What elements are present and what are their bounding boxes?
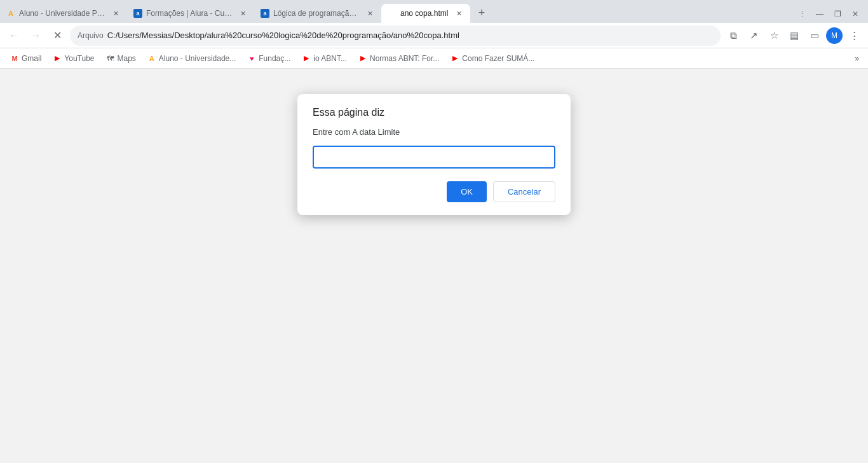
tab-title-logica: Lógica de programação I: os prim... — [273, 9, 361, 18]
address-bar-icons: ⧉ ↗ ☆ ▤ ▭ M ⋮ — [724, 27, 863, 45]
screen-capture-button[interactable]: ⧉ — [724, 27, 742, 45]
address-bar: ← → ✕ Arquivo C:/Users/Messias/Desktop/a… — [0, 23, 868, 48]
bookmark-label-abnt1: io ABNT... — [313, 54, 347, 63]
bookmark-gmail[interactable]: M Gmail — [5, 52, 46, 66]
tab-close-anocopa[interactable]: ✕ — [454, 8, 464, 18]
dialog-ok-button[interactable]: OK — [447, 181, 487, 202]
tab-title-aluno: Aluno - Universidade Paulista - U — [19, 9, 107, 18]
menu-button[interactable]: ⋮ — [845, 27, 863, 45]
url-text: C:/Users/Messias/Desktop/alura%20curso%2… — [107, 31, 713, 40]
tab-title-anocopa: ano copa.html — [400, 9, 450, 18]
protocol-indicator: Arquivo — [78, 31, 104, 40]
tab-close-logica[interactable]: ✕ — [365, 8, 375, 18]
share-button[interactable]: ↗ — [745, 27, 763, 45]
bookmark-favicon-fundac: ♥ — [247, 54, 256, 63]
bookmark-abnt1[interactable]: ▶ io ABNT... — [297, 52, 352, 66]
tab-alura[interactable]: a Formações | Alura - Cursos onlin... ✕ — [127, 4, 254, 23]
window-controls: ⋮ — ❐ ✕ — [794, 6, 868, 23]
dialog-input[interactable] — [313, 146, 555, 169]
dialog-overlay: Essa página diz Entre com A data Limite … — [0, 69, 868, 463]
bookmark-label-maps: Maps — [118, 54, 136, 63]
bookmark-label-fundac: Fundaç... — [259, 54, 290, 63]
bookmark-label-gmail: Gmail — [22, 54, 41, 63]
url-bar[interactable]: Arquivo C:/Users/Messias/Desktop/alura%2… — [70, 25, 721, 46]
tab-search-button[interactable]: ⋮ — [794, 6, 810, 22]
maximize-button[interactable]: ❐ — [830, 6, 845, 22]
bookmark-favicon-aluno: A — [147, 54, 156, 63]
tab-title-alura: Formações | Alura - Cursos onlin... — [146, 9, 234, 18]
close-button[interactable]: ✕ — [848, 6, 863, 22]
bookmark-fundac[interactable]: ♥ Fundaç... — [242, 52, 295, 66]
bookmark-button[interactable]: ☆ — [765, 27, 783, 45]
dialog-title: Essa página diz — [313, 107, 555, 118]
tab-logica[interactable]: a Lógica de programação I: os prim... ✕ — [254, 4, 381, 23]
profile-button[interactable]: M — [826, 27, 843, 44]
tab-aluno[interactable]: A Aluno - Universidade Paulista - U ✕ — [0, 4, 127, 23]
back-button[interactable]: ← — [5, 27, 23, 45]
tab-bar: A Aluno - Universidade Paulista - U ✕ a … — [0, 0, 868, 23]
bookmark-youtube[interactable]: ▶ YouTube — [48, 52, 99, 66]
bookmark-maps[interactable]: 🗺 Maps — [101, 52, 141, 66]
bookmark-label-youtube: YouTube — [64, 54, 94, 63]
page-content: Essa página diz Entre com A data Limite … — [0, 69, 868, 463]
forward-button[interactable]: → — [27, 27, 44, 45]
bookmark-aluno[interactable]: A Aluno - Universidade... — [142, 52, 241, 66]
dialog-cancel-button[interactable]: Cancelar — [493, 181, 555, 202]
tab-favicon-logica: a — [261, 9, 269, 18]
tab-anocopa[interactable]: ano copa.html ✕ — [381, 4, 470, 23]
bookmark-label-normas: Normas ABNT: For... — [370, 54, 439, 63]
dialog-buttons: OK Cancelar — [313, 181, 555, 202]
bookmark-favicon-sumario: ▶ — [451, 54, 459, 63]
bookmark-favicon-youtube: ▶ — [53, 54, 62, 63]
tab-close-alura[interactable]: ✕ — [238, 8, 248, 18]
bookmark-normas[interactable]: ▶ Normas ABNT: For... — [353, 52, 444, 66]
minimize-button[interactable]: — — [812, 6, 827, 22]
dialog-box: Essa página diz Entre com A data Limite … — [297, 94, 571, 215]
dialog-message: Entre com A data Limite — [313, 127, 555, 137]
bookmark-favicon-abnt1: ▶ — [302, 54, 311, 63]
tab-favicon-anocopa — [388, 9, 397, 18]
new-tab-button[interactable]: + — [473, 4, 491, 22]
tab-groups-button[interactable]: ▤ — [785, 27, 803, 45]
bookmark-favicon-gmail: M — [10, 54, 19, 63]
tab-close-aluno[interactable]: ✕ — [111, 8, 121, 18]
tab-favicon-aluno: A — [6, 9, 15, 18]
bookmark-sumario[interactable]: ▶ Como Fazer SUMÁ... — [445, 52, 539, 66]
bookmarks-bar: M Gmail ▶ YouTube 🗺 Maps A Aluno - Unive… — [0, 48, 868, 69]
bookmark-label-aluno: Aluno - Universidade... — [159, 54, 236, 63]
bookmark-favicon-maps: 🗺 — [106, 54, 115, 63]
extensions-button[interactable]: ▭ — [806, 27, 824, 45]
chrome-browser: A Aluno - Universidade Paulista - U ✕ a … — [0, 0, 868, 463]
bookmark-label-sumario: Como Fazer SUMÁ... — [462, 54, 534, 63]
refresh-button[interactable]: ✕ — [48, 27, 66, 45]
bookmarks-more-button[interactable]: » — [851, 52, 863, 66]
tab-favicon-alura: a — [133, 9, 142, 18]
bookmark-favicon-normas: ▶ — [358, 54, 367, 63]
